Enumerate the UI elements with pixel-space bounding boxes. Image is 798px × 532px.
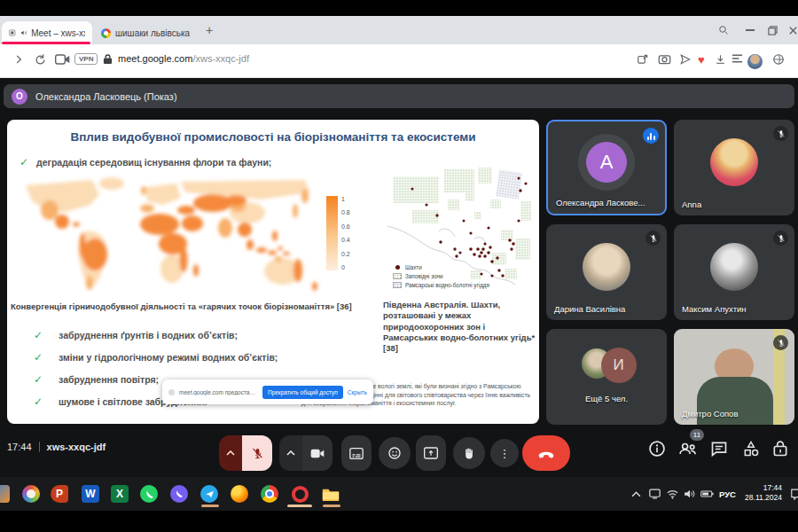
share-page-icon[interactable] bbox=[637, 53, 649, 66]
share-notification-text: meet.google.com предоставлен доступ к ва… bbox=[179, 389, 258, 395]
activities-button[interactable] bbox=[742, 440, 760, 458]
heatmap-legend-bar bbox=[326, 196, 338, 270]
close-window-button[interactable] bbox=[784, 21, 798, 39]
participant-tile[interactable]: Дарина Василівна bbox=[546, 224, 667, 320]
legend-label: Шахти bbox=[405, 264, 422, 270]
leave-call-button[interactable] bbox=[522, 435, 570, 471]
mic-options-chevron[interactable] bbox=[219, 435, 242, 471]
send-to-device-icon[interactable] bbox=[679, 53, 692, 66]
mic-muted-icon bbox=[773, 335, 788, 350]
address-bar[interactable]: meet.google.com/xws-xxqc-jdf bbox=[118, 53, 249, 64]
legend-label: Рамсарські водно-болотні угіддя bbox=[405, 282, 489, 288]
heatmap-legend: 1 0.8 0.6 0.4 0.2 0 bbox=[326, 196, 350, 270]
camera-permission-icon[interactable] bbox=[55, 53, 70, 66]
speaking-indicator-icon bbox=[643, 128, 659, 144]
participant-tile[interactable]: Максим Апухтин bbox=[674, 224, 794, 320]
shared-screen-slide: Вплив видобувної промисловості на біоріз… bbox=[7, 120, 539, 424]
mic-mute-button[interactable] bbox=[242, 435, 272, 471]
participant-tile[interactable]: А Олександра Ласкове... bbox=[546, 120, 667, 215]
slide-title: Вплив видобувної промисловості на біоріз… bbox=[7, 130, 539, 144]
reload-icon[interactable] bbox=[34, 53, 47, 66]
captions-button[interactable] bbox=[341, 435, 372, 471]
minimize-button[interactable] bbox=[741, 21, 759, 39]
people-button[interactable] bbox=[678, 440, 698, 458]
taskbar-app-paint[interactable] bbox=[21, 484, 41, 504]
tab-preview-icon bbox=[9, 28, 16, 37]
taskbar-app-firefox[interactable] bbox=[230, 484, 249, 504]
stop-sharing-button[interactable]: Прекратить общий доступ bbox=[262, 386, 343, 399]
taskbar-app-explorer[interactable] bbox=[321, 484, 340, 504]
taskbar-app-telegram[interactable] bbox=[200, 484, 219, 504]
present-button[interactable] bbox=[416, 435, 446, 471]
tray-desktop-icon[interactable] bbox=[649, 477, 661, 511]
profile-avatar[interactable] bbox=[747, 54, 763, 69]
volume-icon[interactable] bbox=[684, 477, 695, 511]
easy-setup-menu-icon[interactable] bbox=[732, 53, 743, 64]
favorites-heart-icon[interactable]: ♥ bbox=[698, 53, 705, 66]
camera-button[interactable] bbox=[302, 435, 332, 471]
participant-avatar bbox=[710, 138, 758, 186]
legend-tick: 0.6 bbox=[341, 223, 350, 230]
legend-tick: 0 bbox=[341, 264, 350, 270]
tray-expand-button[interactable] bbox=[631, 477, 641, 511]
lock-icon bbox=[103, 53, 113, 65]
participant-tile[interactable]: Дмитро Сопов bbox=[674, 329, 794, 425]
taskbar-app-powerpoint[interactable]: P bbox=[50, 484, 69, 504]
mic-muted-icon bbox=[773, 231, 788, 246]
raise-hand-button[interactable] bbox=[453, 437, 485, 469]
legend-tick: 0.2 bbox=[341, 251, 350, 257]
search-tabs-icon[interactable] bbox=[715, 21, 732, 39]
taskbar-app-excel[interactable]: X bbox=[110, 484, 129, 504]
action-center-button[interactable] bbox=[791, 477, 798, 511]
participant-name: Anna bbox=[682, 200, 701, 209]
legend-tick: 1 bbox=[341, 196, 350, 202]
meeting-code: xws-xxqc-jdf bbox=[47, 442, 106, 452]
ramsar-swatch bbox=[393, 282, 402, 288]
downloads-icon[interactable] bbox=[715, 53, 726, 66]
taskbar-app-chrome[interactable] bbox=[260, 484, 279, 504]
language-indicator[interactable]: РУС bbox=[719, 477, 736, 511]
vpn-badge[interactable]: VPN bbox=[74, 53, 98, 65]
site-icon bbox=[168, 389, 175, 395]
presenter-name: Олександра Ласковець (Показ) bbox=[35, 91, 177, 102]
australia-map-legend: Шахти Заповідні зони Рамсарські водно-бо… bbox=[393, 262, 489, 289]
taskbar-app-clipped[interactable] bbox=[0, 484, 11, 504]
overflow-participants-tile[interactable]: И Ещё 5 чел. bbox=[546, 329, 667, 425]
participant-tile[interactable]: Anna bbox=[674, 120, 794, 215]
meeting-time: 17:44 bbox=[7, 442, 32, 452]
camera-options-chevron[interactable] bbox=[279, 435, 302, 471]
world-heatmap bbox=[12, 175, 325, 295]
chat-button[interactable] bbox=[710, 440, 728, 458]
participant-avatar bbox=[583, 243, 630, 291]
check-icon: ✓ bbox=[20, 157, 28, 168]
presenter-avatar: О bbox=[12, 89, 27, 105]
hide-notification-link[interactable]: Скрыть bbox=[348, 389, 367, 395]
running-indicator bbox=[323, 505, 340, 507]
maximize-button[interactable] bbox=[763, 21, 781, 39]
taskbar-app-viber[interactable] bbox=[169, 484, 189, 504]
legend-tick: 0.8 bbox=[341, 209, 350, 215]
meeting-details-button[interactable] bbox=[648, 440, 666, 458]
reactions-button[interactable] bbox=[379, 437, 411, 469]
wifi-icon[interactable] bbox=[667, 477, 678, 511]
url-path: /xws-xxqc-jdf bbox=[192, 53, 249, 64]
participant-name: Дмитро Сопов bbox=[682, 409, 738, 419]
new-tab-button[interactable]: + bbox=[200, 21, 218, 39]
slide-bullet: забруднення ґрунтів і водних об’єктів; bbox=[59, 330, 238, 340]
battery-icon[interactable] bbox=[700, 477, 714, 511]
taskbar-app-opera[interactable] bbox=[290, 484, 309, 504]
snapshot-icon[interactable] bbox=[658, 53, 671, 65]
taskbar-app-word[interactable]: W bbox=[81, 484, 100, 504]
tray-clock[interactable]: 17:44 28.11.2024 bbox=[741, 477, 782, 511]
tab-search[interactable]: шишаки львівська облас bbox=[94, 21, 197, 44]
people-count-badge: 11 bbox=[690, 429, 704, 441]
extensions-icon[interactable] bbox=[772, 53, 785, 66]
slide-bullet: деградація середовищ існування флори та … bbox=[36, 157, 271, 168]
taskbar-app-whatsapp[interactable] bbox=[139, 484, 159, 504]
forward-icon[interactable] bbox=[12, 53, 25, 66]
reserves-swatch bbox=[393, 273, 402, 279]
more-options-button[interactable]: ⋮ bbox=[490, 439, 519, 467]
host-controls-button[interactable] bbox=[772, 440, 788, 458]
australia-map: Шахти Заповідні зони Рамсарські водно-бо… bbox=[386, 164, 536, 293]
participant-name: Максим Апухтин bbox=[682, 304, 747, 314]
